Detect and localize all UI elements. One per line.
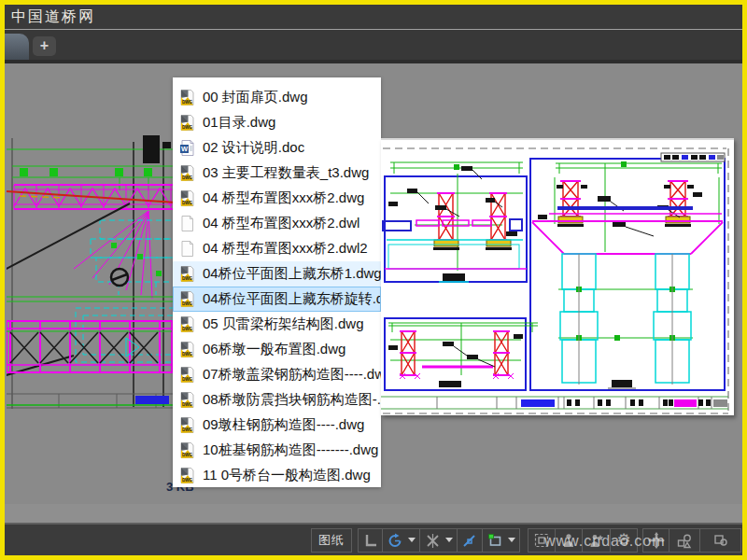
list-item[interactable]: DWG11 0号桥台一般构造图.dwg: [173, 463, 381, 487]
list-item[interactable]: DWG01目录.dwg: [173, 110, 381, 135]
dwg-file-icon: DWG: [179, 342, 195, 357]
dwg-file-icon: DWG: [179, 165, 195, 181]
dwg-file-icon: DWG: [179, 468, 195, 483]
dwg-file-icon: DWG: [179, 442, 195, 458]
svg-text:DWG: DWG: [182, 175, 193, 180]
dwg-file-icon: DWG: [179, 115, 195, 131]
ortho-mode-button[interactable]: [358, 528, 383, 553]
list-item[interactable]: DWG09墩柱钢筋构造图----.dwg: [173, 413, 381, 438]
dwl-file-icon: [179, 241, 195, 257]
polar-tracking-button[interactable]: [382, 528, 420, 553]
list-item[interactable]: DWG03 主要工程数量表_t3.dwg: [173, 161, 381, 186]
svg-text:DWG: DWG: [182, 100, 193, 105]
list-item[interactable]: DWG04桥位平面图上藏东桥旋转.dwg: [173, 287, 381, 312]
selection-cycling-button[interactable]: [528, 528, 556, 553]
list-item[interactable]: DWG10桩基钢筋构造图-------.dwg: [173, 438, 381, 463]
list-item[interactable]: DWG00 封面扉页.dwg: [173, 85, 381, 110]
file-list-popup: DWG00 封面扉页.dwgDWG01目录.dwgW02 设计说明.docDWG…: [173, 77, 381, 487]
svg-text:DWG: DWG: [182, 377, 193, 382]
layout-window[interactable]: [381, 138, 734, 415]
file-name-label: 04桥位平面图上藏东桥1.dwg: [203, 265, 381, 283]
sheet-paper-button[interactable]: 图纸: [311, 528, 352, 553]
file-name-label: 07桥墩盖梁钢筋构造图----.dwg: [203, 366, 381, 384]
object-snap-tracking-icon: [424, 532, 441, 549]
move-tray-button[interactable]: [642, 528, 669, 553]
file-name-label: 11 0号桥台一般构造图.dwg: [203, 467, 371, 484]
file-name-label: 00 封面扉页.dwg: [203, 89, 308, 106]
annotation-visibility-icon: [560, 532, 577, 549]
svg-text:DWG: DWG: [182, 327, 193, 331]
snap-tracking-button[interactable]: [419, 528, 458, 553]
polar-dropdown-caret[interactable]: [408, 538, 416, 542]
file-name-label: 08桥墩防震挡块钢筋构造图-.dwg: [203, 391, 381, 409]
settings-gear-button[interactable]: ⚙: [610, 528, 638, 553]
svg-text:DWG: DWG: [182, 301, 193, 306]
gear-icon: ⚙: [616, 532, 630, 548]
2d-object-snap-icon: [486, 532, 503, 549]
dwg-file-icon: DWG: [179, 190, 195, 206]
svg-text:DWG: DWG: [182, 427, 193, 432]
list-item[interactable]: DWG04 桥型布置图xxx桥2.dwg: [173, 186, 381, 211]
svg-text:DWG: DWG: [182, 125, 193, 130]
svg-text:W: W: [181, 145, 189, 153]
file-name-label: 04 桥型布置图xxx桥2.dwl: [203, 215, 359, 232]
isolate-objects-button[interactable]: [669, 528, 700, 553]
list-item[interactable]: 04 桥型布置图xxx桥2.dwl: [173, 211, 381, 236]
list-item[interactable]: W02 设计说明.doc: [173, 135, 381, 161]
polar-tracking-icon: [387, 532, 403, 549]
status-bar: 图纸: [5, 523, 742, 555]
file-name-label: 06桥墩一般布置图.dwg: [203, 341, 345, 358]
titlebar: 中国道桥网: [5, 5, 742, 30]
file-name-label: 09墩柱钢筋构造图----.dwg: [203, 416, 364, 434]
annotation-autoscale-icon: [588, 532, 605, 549]
list-item[interactable]: DWG06桥墩一般布置图.dwg: [173, 337, 381, 362]
dwg-file-icon: DWG: [179, 291, 195, 307]
snap-tracking-dropdown-caret[interactable]: [445, 538, 453, 542]
site-watermark-title: 中国道桥网: [11, 8, 95, 24]
svg-text:DWG: DWG: [182, 201, 193, 205]
file-tab[interactable]: [0, 34, 29, 60]
isolate-objects-icon: [676, 532, 693, 549]
layout-tab-strip: [5, 504, 742, 525]
list-item[interactable]: DWG08桥墩防震挡块钢筋构造图-.dwg: [173, 387, 381, 413]
svg-text:DWG: DWG: [182, 453, 193, 457]
file-name-label: 02 设计说明.doc: [203, 139, 304, 157]
move-cross-icon: [648, 532, 665, 549]
list-item[interactable]: 04 桥型布置图xxx桥2.dwl2: [173, 236, 381, 261]
clipped-icon: [712, 532, 729, 549]
dwg-file-icon: DWG: [179, 367, 195, 383]
object-snap-button[interactable]: [457, 528, 483, 553]
cad-canvas-paper-space: [381, 140, 734, 415]
file-name-label: 10桩基钢筋构造图-------.dwg: [203, 441, 378, 459]
file-name-label: 04 桥型布置图xxx桥2.dwg: [203, 189, 364, 207]
list-item[interactable]: DWG07桥墩盖梁钢筋构造图----.dwg: [173, 362, 381, 387]
object-snap-dropdown-caret[interactable]: [508, 538, 515, 542]
file-name-label: 04桥位平面图上藏东桥旋转.dwg: [203, 290, 380, 308]
2d-object-snap-button[interactable]: [482, 528, 520, 553]
status-overflow-button[interactable]: [699, 528, 741, 553]
dwg-file-icon: DWG: [179, 392, 195, 408]
new-tab-button[interactable]: +: [33, 36, 56, 56]
dwl-file-icon: [179, 216, 195, 231]
doc-file-icon: W: [179, 140, 195, 156]
annotation-autoscale-button[interactable]: [582, 528, 611, 553]
app-window: 中国道桥网 +: [0, 0, 747, 560]
dwg-file-icon: DWG: [179, 266, 195, 282]
ortho-icon: [362, 532, 379, 549]
dwg-file-icon: DWG: [179, 90, 195, 105]
dwg-file-icon: DWG: [179, 417, 195, 433]
file-name-label: 03 主要工程数量表_t3.dwg: [203, 164, 369, 182]
dwg-file-icon: DWG: [179, 316, 195, 332]
list-item[interactable]: DWG05 贝雷梁桁架结构图.dwg: [173, 312, 381, 337]
list-item[interactable]: DWG04桥位平面图上藏东桥1.dwg: [173, 261, 381, 287]
file-name-label: 01目录.dwg: [203, 114, 275, 132]
selection-cycling-icon: [533, 532, 550, 549]
svg-text:DWG: DWG: [182, 478, 193, 483]
svg-text:DWG: DWG: [182, 352, 193, 357]
svg-text:DWG: DWG: [182, 276, 193, 281]
annotation-visibility-button[interactable]: [555, 528, 583, 553]
svg-text:DWG: DWG: [182, 402, 193, 407]
object-snap-icon: [461, 532, 478, 549]
file-name-label: 05 贝雷梁桁架结构图.dwg: [203, 315, 364, 333]
file-tab-bar: +: [5, 30, 742, 63]
